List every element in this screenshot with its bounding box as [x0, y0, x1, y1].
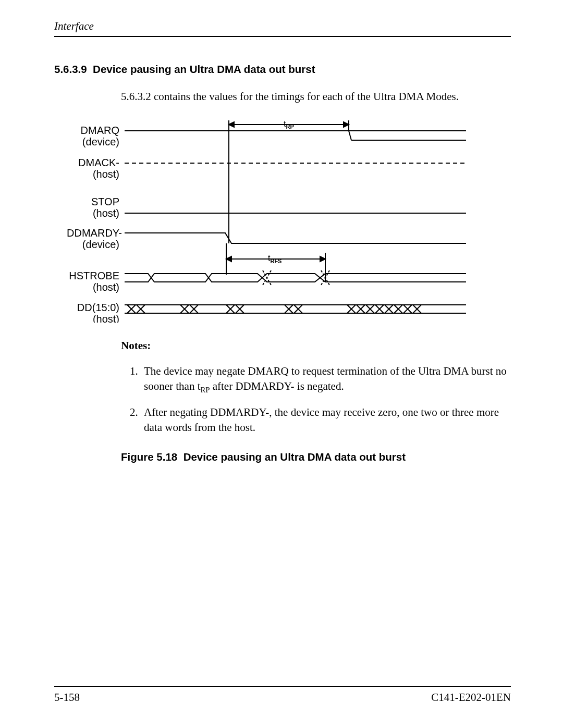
section-heading: 5.6.3.9 Device pausing an Ultra DMA data…	[54, 63, 511, 76]
note-text: After negating DDMARDY-, the device may …	[144, 406, 499, 434]
signal-label: DD(15:0)	[77, 302, 119, 313]
running-header: Interface	[54, 20, 511, 37]
signal-owner: (device)	[82, 239, 119, 250]
signal-label: HSTROBE	[69, 270, 119, 281]
signal-owner: (host)	[93, 281, 119, 293]
page-number: 5-158	[54, 691, 80, 704]
timing-diagram: DMARQ (device) DMACK- (host) STOP (host)…	[59, 119, 511, 325]
signal-label: DMACK-	[78, 157, 119, 168]
notes-list: The device may negate DMARQ to request t…	[121, 364, 511, 435]
figure-label: Figure 5.18	[121, 451, 177, 463]
svg-marker-6	[229, 122, 234, 127]
note-text-post: after DDMARDY- is negated.	[210, 380, 344, 392]
signal-label: DMARQ	[81, 125, 119, 136]
section-title: Device pausing an Ultra DMA data out bur…	[93, 63, 315, 75]
figure-title: Device pausing an Ultra DMA data out bur…	[183, 451, 406, 463]
lead-paragraph: 5.6.3.2 contains the values for the timi…	[121, 89, 511, 104]
doc-number: C141-E202-01EN	[431, 691, 511, 704]
svg-marker-1	[226, 256, 231, 262]
notes-block: Notes: The device may negate DMARQ to re…	[121, 339, 511, 435]
timing-label-trfs: tRFS	[268, 254, 282, 264]
notes-label: Notes:	[121, 339, 511, 352]
signal-label: STOP	[91, 196, 119, 207]
footer-rule	[54, 686, 511, 691]
note-sub: RP	[200, 386, 210, 394]
signal-label: DDMARDY-	[67, 227, 122, 239]
signal-owner: (device)	[82, 136, 119, 147]
note-item: After negating DDMARDY-, the device may …	[141, 405, 511, 435]
signal-owner: (host)	[93, 313, 119, 323]
page: Interface 5.6.3.9 Device pausing an Ultr…	[0, 0, 563, 728]
page-footer: 5-158 C141-E202-01EN	[54, 686, 511, 704]
section-number: 5.6.3.9	[54, 63, 87, 75]
signal-owner: (host)	[93, 207, 119, 219]
figure-caption: Figure 5.18 Device pausing an Ultra DMA …	[121, 451, 511, 463]
svg-marker-7	[344, 122, 349, 127]
signal-owner: (host)	[93, 168, 119, 180]
note-item: The device may negate DMARQ to request t…	[141, 364, 511, 395]
svg-marker-2	[320, 256, 325, 262]
timing-label-trp: tRP	[284, 119, 294, 130]
